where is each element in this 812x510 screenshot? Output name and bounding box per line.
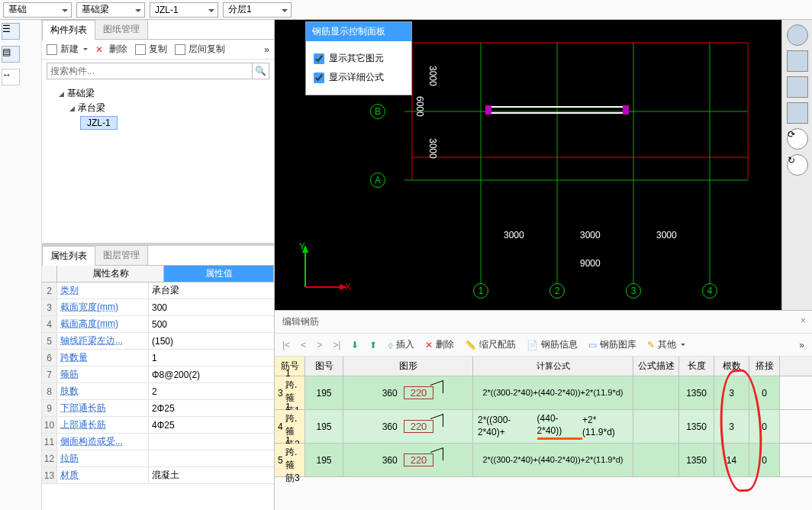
prop-value[interactable]: 承台梁 [149, 282, 274, 299]
nav-last-icon[interactable]: >| [333, 340, 340, 350]
prop-name[interactable]: 拉筋 [57, 450, 149, 466]
col-shape[interactable]: 图形 [343, 357, 473, 376]
prop-name[interactable]: 上部通长筋 [57, 417, 149, 433]
detail-view-icon[interactable]: ▤ [2, 46, 20, 63]
view-top-icon[interactable] [787, 102, 808, 124]
cell-desc[interactable] [633, 376, 679, 409]
cell-desc[interactable] [633, 410, 679, 443]
prop-name[interactable]: 材质 [57, 467, 149, 483]
prop-value[interactable]: Φ8@200(2) [149, 366, 274, 382]
cell-count[interactable]: 3 [714, 376, 749, 409]
prop-name[interactable]: 截面宽度(mm) [57, 299, 149, 315]
view-refresh-icon[interactable]: ⟳ [787, 128, 808, 150]
tab-drawings[interactable]: 图纸管理 [95, 19, 148, 39]
component-dropdown[interactable]: JZL-1 [150, 2, 218, 18]
col-attr-value[interactable]: 属性值 [164, 266, 274, 282]
nav-first-icon[interactable]: |< [282, 340, 290, 350]
category-dropdown[interactable]: 基础 [3, 2, 72, 18]
prop-value[interactable]: 2 [149, 383, 274, 399]
col-formula[interactable]: 计算公式 [473, 357, 633, 376]
close-icon[interactable]: × [801, 315, 806, 326]
info-button[interactable]: 📄钢筋信息 [527, 338, 578, 351]
rebar-grid[interactable]: 筋号 图号 图形 计算公式 公式描述 长度 根数 搭接 3 1跨.箍筋1 195… [275, 357, 812, 510]
prop-name[interactable]: 肢数 [57, 383, 149, 399]
col-daiji[interactable]: 搭接 [749, 357, 780, 376]
toolbar-more-icon[interactable]: » [264, 44, 269, 55]
import-icon[interactable]: ⬇ [351, 340, 359, 350]
prop-value[interactable]: (150) [149, 333, 274, 349]
layer-dropdown[interactable]: 分层1 [223, 2, 292, 18]
prop-value[interactable] [149, 434, 274, 450]
view-rotate-icon[interactable]: ↻ [787, 154, 808, 176]
view-3d-icon[interactable] [787, 50, 808, 72]
grid-row[interactable]: 5 1跨.箍筋3 195 360220 2*((300-2*40)+(440-2… [275, 444, 812, 477]
cell-shape[interactable]: 360220 [343, 444, 473, 476]
col-length[interactable]: 长度 [679, 357, 714, 376]
list-view-icon[interactable]: ☰ [2, 23, 20, 40]
search-icon[interactable]: 🔍 [252, 63, 269, 79]
cb-show-formula-input[interactable] [314, 73, 324, 83]
tree-leaf-jzl1[interactable]: JZL-1 [80, 116, 118, 130]
tree-root[interactable]: 基础梁 [59, 88, 95, 98]
cell-tuhao[interactable]: 195 [305, 376, 343, 409]
prop-value[interactable] [149, 450, 274, 466]
prop-value[interactable]: 300 [149, 299, 274, 315]
delete-button[interactable]: ✕删除 [425, 338, 454, 351]
cell-tuhao[interactable]: 195 [305, 444, 343, 476]
rebar-display-panel[interactable]: 钢筋显示控制面板 显示其它图元 显示详细公式 [305, 21, 412, 95]
prop-name[interactable]: 类别 [57, 282, 149, 299]
cell-length[interactable]: 1350 [679, 444, 714, 476]
cb-show-other[interactable]: 显示其它图元 [314, 49, 404, 68]
library-button[interactable]: ▭钢筋图库 [588, 338, 636, 351]
toolbar-more-icon[interactable]: » [799, 340, 804, 350]
prop-value[interactable]: 混凝土 [149, 467, 274, 483]
copy-button[interactable]: 复制 [135, 43, 167, 56]
prop-name[interactable]: 跨数量 [57, 350, 149, 366]
insert-button[interactable]: ⎀插入 [388, 338, 414, 351]
cell-length[interactable]: 1350 [679, 376, 714, 409]
ruler-button[interactable]: 📏缩尺配筋 [465, 338, 516, 351]
cell-formula[interactable]: 2*((300-2*40)+(440-2*40))+2*(11.9*d) [473, 410, 633, 443]
cell-length[interactable]: 1350 [679, 410, 714, 443]
prop-name[interactable]: 下部通长筋 [57, 400, 149, 416]
cell-count[interactable]: 3 [714, 410, 749, 443]
prop-name[interactable]: 轴线距梁左边... [57, 333, 149, 349]
cell-dj[interactable]: 0 [749, 444, 780, 476]
component-tree[interactable]: 基础梁 承台梁 JZL-1 [42, 82, 274, 243]
cell-shape[interactable]: 360220 [343, 376, 473, 409]
search-box[interactable]: 🔍 [47, 63, 269, 79]
grid-row[interactable]: 3 1跨.箍筋1 195 360220 2*((300-2*40)+(440-2… [275, 376, 812, 410]
cell-dj[interactable]: 0 [749, 376, 780, 409]
cell-desc[interactable] [633, 444, 679, 476]
export-icon[interactable]: ⬆ [369, 340, 377, 350]
tree-child[interactable]: 承台梁 [69, 102, 105, 113]
prop-name[interactable]: 截面高度(mm) [57, 316, 149, 332]
cell-formula[interactable]: 2*((300-2*40)+(440-2*40))+2*(11.9*d) [473, 376, 633, 409]
subtype-dropdown[interactable]: 基础梁 [76, 2, 145, 18]
prop-name[interactable]: 箍筋 [57, 366, 149, 382]
prop-name[interactable]: 侧面构造或受... [57, 434, 149, 450]
col-tuhao[interactable]: 图号 [305, 357, 343, 376]
cb-show-formula[interactable]: 显示详细公式 [314, 68, 404, 87]
prop-value[interactable]: 4Φ25 [149, 417, 274, 433]
view-front-icon[interactable] [787, 76, 808, 98]
nav-next-icon[interactable]: > [317, 340, 322, 350]
cell-dj[interactable]: 0 [749, 410, 780, 443]
view-globe-icon[interactable] [787, 24, 808, 46]
grid-row[interactable]: 4 1跨.箍筋2 195 360220 2*((300-2*40)+(440-2… [275, 410, 812, 444]
cell-formula[interactable]: 2*((300-2*40)+(440-2*40))+2*(11.9*d) [473, 444, 633, 476]
tab-layers[interactable]: 图层管理 [95, 245, 148, 265]
prop-value[interactable]: 500 [149, 316, 274, 332]
nav-prev-icon[interactable]: < [301, 340, 306, 350]
search-input[interactable] [47, 63, 252, 79]
delete-button[interactable]: ✕删除 [95, 43, 127, 56]
prop-value[interactable]: 2Φ25 [149, 400, 274, 416]
prop-value[interactable]: 1 [149, 350, 274, 366]
cell-shape[interactable]: 360220 [343, 410, 473, 443]
property-table[interactable]: 2类别承台梁 3截面宽度(mm)300 4截面高度(mm)500 5轴线距梁左边… [42, 282, 274, 510]
tab-attributes[interactable]: 属性列表 [42, 246, 95, 266]
cell-tuhao[interactable]: 195 [305, 410, 343, 443]
cell-count[interactable]: 14 [714, 444, 749, 476]
new-button[interactable]: 新建 [47, 43, 88, 56]
col-count[interactable]: 根数 [714, 357, 749, 376]
